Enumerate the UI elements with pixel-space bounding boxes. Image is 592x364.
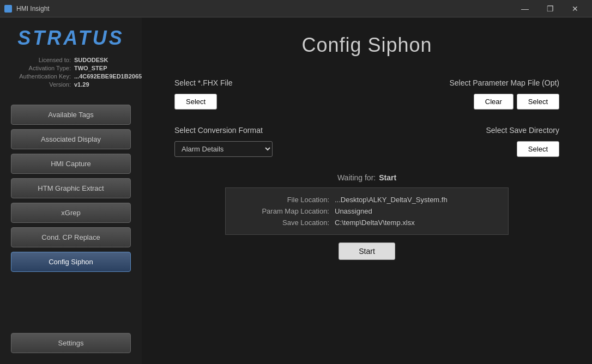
conversion-format-section: Select Conversion Format Alarm Details T…	[174, 126, 356, 157]
file-location-value: ...Desktop\ALKY_DeltaV_System.fh	[335, 196, 448, 204]
minimize-button[interactable]: —	[512, 0, 537, 17]
auth-key-label: Authentication Key:	[11, 73, 71, 80]
version-row: Version: v1.29	[11, 81, 131, 88]
sidebar-item-cond-cp-replace[interactable]: Cond. CP Replace	[11, 227, 131, 247]
activation-type-label: Activation Type:	[11, 65, 71, 71]
activation-type-row: Activation Type: TWO_STEP	[11, 65, 131, 71]
title-bar-left: HMI Insight	[4, 5, 50, 13]
sidebar-item-available-tags[interactable]: Available Tags	[11, 105, 131, 125]
form-grid: Select *.FHX File Select Select Paramete…	[174, 78, 559, 157]
sidebar-item-htm-graphic-extract[interactable]: HTM Graphic Extract	[11, 178, 131, 198]
start-button[interactable]: Start	[339, 242, 395, 260]
param-map-section: Select Parameter Map File (Opt) Clear Se…	[378, 78, 559, 110]
fhx-btn-row: Select	[174, 94, 356, 110]
sidebar-item-xgrep[interactable]: xGrep	[11, 203, 131, 223]
status-area: Waiting for: Start File Location: ...Des…	[174, 173, 559, 260]
version-value: v1.29	[74, 81, 89, 88]
param-map-location-row: Param Map Location: Unassigned	[242, 207, 492, 215]
conversion-format-dropdown[interactable]: Alarm Details Tag List Parameter Map	[174, 141, 273, 157]
fhx-select-button[interactable]: Select	[174, 94, 217, 110]
auth-key-row: Authentication Key: ...4C692EBE9ED1B2065	[11, 73, 131, 80]
file-location-row: File Location: ...Desktop\ALKY_DeltaV_Sy…	[242, 196, 492, 204]
param-map-clear-button[interactable]: Clear	[474, 94, 514, 110]
settings-button[interactable]: Settings	[11, 333, 131, 353]
content-area: Config Siphon Select *.FHX File Select S…	[142, 17, 592, 364]
fhx-file-section: Select *.FHX File Select	[174, 78, 356, 110]
save-directory-select-button[interactable]: Select	[517, 141, 559, 157]
info-box: File Location: ...Desktop\ALKY_DeltaV_Sy…	[225, 187, 509, 235]
param-map-location-value: Unassigned	[335, 207, 372, 215]
stratus-logo: STRATUS	[17, 28, 124, 48]
conversion-format-label: Select Conversion Format	[174, 126, 356, 135]
window-controls: — ❐ ✕	[512, 0, 588, 17]
fhx-file-label: Select *.FHX File	[174, 78, 356, 87]
sidebar-item-config-siphon[interactable]: Config Siphon	[11, 252, 131, 272]
auth-key-value: ...4C692EBE9ED1B2065	[74, 73, 142, 80]
nav-buttons: Available TagsAssociated DisplayHMI Capt…	[11, 105, 131, 272]
save-location-value: C:\temp\DeltaV\temp.xlsx	[335, 219, 415, 227]
sidebar-item-hmi-capture[interactable]: HMI Capture	[11, 154, 131, 174]
save-directory-section: Select Save Directory Select	[378, 126, 559, 157]
param-map-btn-row: Clear Select	[474, 94, 559, 110]
save-location-label: Save Location:	[242, 219, 329, 227]
param-map-label: Select Parameter Map File (Opt)	[449, 78, 559, 87]
licensed-to-value: SUDODESK	[74, 57, 108, 63]
param-map-location-label: Param Map Location:	[242, 207, 329, 215]
activation-type-value: TWO_STEP	[74, 65, 107, 71]
licensed-to-row: Licensed to: SUDODESK	[11, 57, 131, 63]
version-label: Version:	[11, 81, 71, 88]
logo-area: STRATUS Licensed to: SUDODESK Activation…	[11, 28, 131, 89]
licensed-to-label: Licensed to:	[11, 57, 71, 63]
save-location-row: Save Location: C:\temp\DeltaV\temp.xlsx	[242, 219, 492, 227]
file-location-label: File Location:	[242, 196, 329, 204]
info-table: Licensed to: SUDODESK Activation Type: T…	[11, 57, 131, 89]
waiting-label: Waiting for:	[337, 173, 376, 182]
save-directory-btn-row: Select	[517, 141, 559, 157]
page-title: Config Siphon	[174, 34, 559, 57]
close-button[interactable]: ✕	[563, 0, 588, 17]
sidebar-item-associated-display[interactable]: Associated Display	[11, 129, 131, 149]
save-directory-label: Select Save Directory	[486, 126, 559, 135]
waiting-value: Start	[379, 173, 396, 182]
waiting-row: Waiting for: Start	[337, 173, 396, 182]
app-title: HMI Insight	[16, 5, 50, 13]
sidebar: STRATUS Licensed to: SUDODESK Activation…	[0, 17, 142, 364]
main-layout: STRATUS Licensed to: SUDODESK Activation…	[0, 17, 592, 364]
maximize-button[interactable]: ❐	[537, 0, 563, 17]
app-icon	[4, 5, 12, 13]
param-map-select-button[interactable]: Select	[517, 94, 559, 110]
title-bar: HMI Insight — ❐ ✕	[0, 0, 592, 17]
settings-btn-area: Settings	[11, 322, 131, 353]
